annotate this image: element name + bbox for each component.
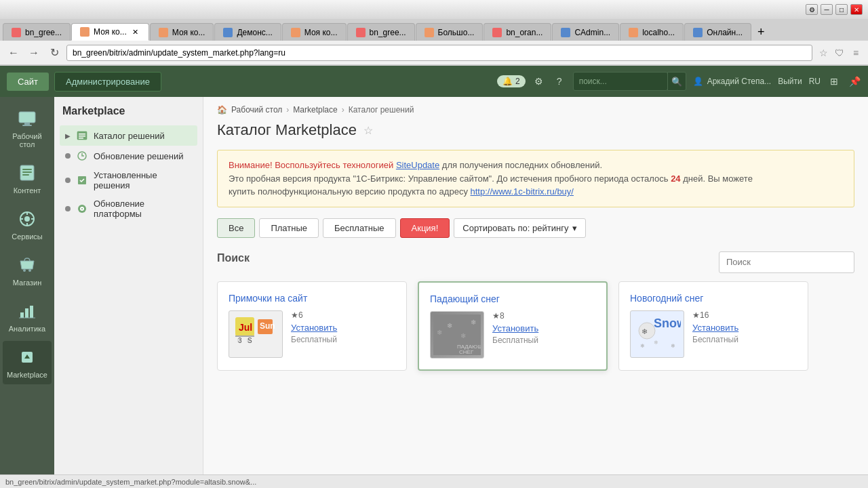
tab-10[interactable]: localho... (620, 23, 684, 41)
sort-dropdown[interactable]: Сортировать по: рейтингу ▾ (454, 218, 586, 238)
tab-label-8: bn_oran... (506, 28, 542, 37)
shield-icon: 🛡 (833, 46, 846, 60)
sidebar-item-shop[interactable]: Магазин (3, 249, 52, 292)
breadcrumb-current: Каталог решений (349, 105, 414, 115)
tab-7[interactable]: Большо... (416, 23, 484, 41)
product-title-1[interactable]: Примочки на сайт (229, 293, 395, 304)
nav-item-installed[interactable]: Установленные решения (60, 166, 197, 195)
pin-icon[interactable]: 📌 (848, 75, 861, 88)
gear-icon[interactable]: ⚙ (532, 75, 546, 88)
nav-item-catalog[interactable]: ▶ Каталог решений (60, 125, 197, 146)
filter-promo-btn[interactable]: Акция! (400, 218, 450, 238)
sidebar-item-services[interactable]: Сервисы (3, 203, 52, 246)
siteupdate-link[interactable]: SiteUpdate (396, 160, 439, 170)
product-inner-3: ❄ Snow ❄ ❄ ❄ ★16 Установить Бесплатный (630, 310, 797, 358)
product-card-1: Примочки на сайт Jul 3 S (217, 281, 407, 371)
tab-label-4: Демонс... (237, 28, 272, 37)
tab-6[interactable]: bn_gree... (347, 23, 415, 41)
product-title-2[interactable]: Падающий снег (430, 293, 595, 304)
svg-rect-23 (79, 136, 85, 137)
back-btn[interactable]: ← (5, 45, 22, 61)
admin-button[interactable]: Администрирование (54, 72, 161, 92)
search-products-input[interactable] (719, 251, 854, 273)
settings-btn[interactable]: ⚙ (806, 4, 818, 15)
svg-text:3: 3 (238, 337, 242, 344)
products-grid: Примочки на сайт Jul 3 S (217, 281, 854, 371)
user-info[interactable]: 👤 Аркадий Степа... (693, 77, 771, 86)
tab-8[interactable]: bn_oran... (484, 23, 551, 41)
tab-5[interactable]: Моя ко... (282, 23, 347, 41)
bookmark-icon[interactable]: ☆ (816, 46, 830, 60)
main-layout: Рабочий стол Контент (0, 97, 868, 488)
tab-favicon-4 (223, 28, 233, 37)
svg-rect-2 (22, 125, 32, 126)
tab-11[interactable]: Онлайн... (684, 23, 751, 41)
nav-item-platform[interactable]: Обновление платформы (60, 195, 197, 223)
cms-search-btn[interactable]: 🔍 (667, 72, 686, 91)
menu-icon[interactable]: ≡ (849, 46, 863, 60)
tab-label-6: bn_gree... (370, 28, 406, 37)
site-button[interactable]: Сайт (7, 73, 49, 91)
desktop-icon (16, 108, 38, 129)
tab-3[interactable]: Моя ко... (150, 23, 214, 41)
tab-label-1: bn_gree... (25, 28, 62, 37)
product-title-3[interactable]: Новогодний снег (630, 293, 797, 304)
svg-point-29 (81, 208, 83, 209)
alert-days-suffix: дней. Вы можете (681, 174, 753, 184)
breadcrumb-marketplace[interactable]: Marketplace (293, 105, 337, 115)
status-text: bn_green/bitrix/admin/update_system_mark… (5, 478, 256, 486)
product-card-2: Падающий снег Падающий снег ❄ ❄ ❄ ❄ ПАДА… (418, 281, 608, 371)
sidebar-item-marketplace[interactable]: Marketplace (3, 341, 52, 384)
refresh-btn[interactable]: ↻ (46, 45, 62, 61)
svg-text:S: S (248, 337, 252, 344)
language-selector[interactable]: RU (809, 77, 821, 86)
logout-button[interactable]: Выйти (778, 77, 802, 86)
product-rating-3: ★16 (692, 310, 797, 320)
product-install-1[interactable]: Установить (291, 323, 395, 333)
page-title: Каталог Marketplace (217, 121, 357, 139)
status-bar: bn_green/bitrix/admin/update_system_mark… (0, 474, 868, 488)
svg-rect-24 (79, 138, 83, 139)
favorite-star-icon[interactable]: ☆ (363, 124, 373, 137)
content-icon (16, 162, 38, 184)
address-input[interactable] (66, 45, 812, 61)
sidebar: Рабочий стол Контент (0, 97, 54, 488)
svg-text:❄: ❄ (460, 332, 466, 340)
tab-1[interactable]: bn_gree... (3, 23, 71, 41)
breadcrumb-desktop[interactable]: Рабочий стол (231, 105, 282, 115)
tab-close-2[interactable]: ✕ (131, 27, 140, 37)
cms-search-input[interactable] (573, 72, 668, 91)
product-install-3[interactable]: Установить (692, 323, 797, 333)
help-icon[interactable]: ? (553, 75, 566, 88)
forward-btn[interactable]: → (26, 45, 42, 61)
minimize-btn[interactable]: ─ (821, 4, 833, 15)
nav-label-updates: Обновление решений (94, 151, 184, 161)
buy-link[interactable]: http://www.1c-bitrix.ru/buy/ (471, 186, 574, 197)
sidebar-label-services: Сервисы (12, 232, 43, 241)
maximize-btn[interactable]: □ (835, 4, 848, 15)
nav-item-updates[interactable]: Обновление решений (60, 146, 197, 166)
close-btn[interactable]: ✕ (850, 4, 863, 15)
product-install-2[interactable]: Установить (492, 323, 595, 333)
layout-icon[interactable]: ⊞ (827, 75, 841, 88)
tab-4[interactable]: Демонс... (214, 23, 281, 41)
notifications-badge[interactable]: 🔔 2 (497, 75, 526, 87)
alert-title: Внимание! Воспользуйтесь технологией (229, 160, 396, 170)
tab-2[interactable]: Моя ко... ✕ (71, 23, 149, 41)
nav-dot-installed (65, 178, 71, 183)
sidebar-item-analytics[interactable]: Аналитика (3, 295, 52, 338)
filter-paid-btn[interactable]: Платные (259, 218, 319, 238)
product-rating-2: ★8 (492, 311, 595, 321)
sidebar-item-content[interactable]: Контент (3, 157, 52, 200)
filter-free-btn[interactable]: Бесплатные (323, 218, 396, 238)
nav-dot-updates (65, 153, 71, 159)
bell-icon: 🔔 (502, 77, 513, 86)
sidebar-item-desktop[interactable]: Рабочий стол (3, 102, 52, 154)
filter-all-btn[interactable]: Все (217, 218, 255, 238)
tab-label-3: Моя ко... (172, 28, 205, 37)
new-tab-btn[interactable]: + (752, 23, 770, 41)
tab-9[interactable]: CAdmin... (552, 23, 619, 41)
sidebar-label-marketplace: Marketplace (7, 371, 47, 379)
user-icon: 👤 (693, 77, 703, 86)
svg-point-13 (23, 269, 26, 272)
